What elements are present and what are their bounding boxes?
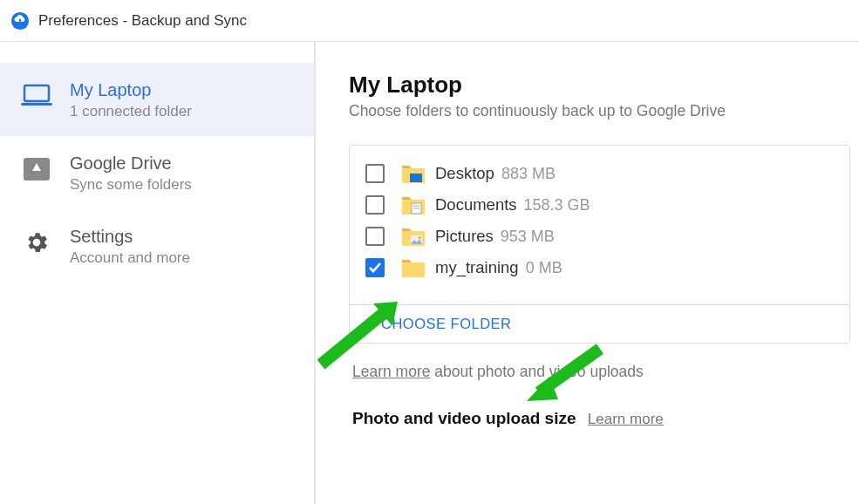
desktop-folder-icon bbox=[400, 162, 426, 185]
folder-name: Documents bbox=[435, 195, 517, 215]
section-photo-video-size: Photo and video upload size Learn more bbox=[349, 409, 850, 428]
folder-name: Desktop bbox=[435, 164, 494, 183]
sidebar-item-label: Settings bbox=[70, 225, 190, 248]
window-title: Preferences - Backup and Sync bbox=[38, 12, 247, 30]
page-subtitle: Choose folders to continuously back up t… bbox=[349, 102, 850, 120]
folder-row-pictures: Pictures 953 MB bbox=[365, 221, 834, 252]
section-label: Photo and video upload size bbox=[352, 409, 576, 427]
sidebar-item-my-laptop[interactable]: My Laptop 1 connected folder bbox=[0, 63, 314, 136]
sidebar-item-label: Google Drive bbox=[70, 152, 192, 174]
documents-folder-icon bbox=[400, 194, 426, 216]
svg-rect-2 bbox=[21, 103, 52, 106]
folder-checkbox[interactable] bbox=[365, 164, 385, 183]
main-panel: My Laptop Choose folders to continuously… bbox=[316, 42, 859, 504]
folder-size: 158.3 GB bbox=[524, 196, 590, 215]
sidebar-item-sub: 1 connected folder bbox=[70, 103, 192, 120]
folder-name: Pictures bbox=[435, 227, 494, 246]
choose-folder-link[interactable]: CHOOSE FOLDER bbox=[381, 316, 512, 331]
folder-list: Desktop 883 MB Documents 158.3 GB Pictur… bbox=[350, 146, 849, 304]
folder-row-desktop: Desktop 883 MB bbox=[365, 158, 834, 189]
folder-name: my_training bbox=[435, 258, 519, 277]
folder-checkbox[interactable] bbox=[365, 258, 385, 277]
learn-more-link[interactable]: Learn more bbox=[352, 363, 431, 380]
backup-sync-cloud-icon bbox=[10, 11, 30, 31]
folder-selection-box: Desktop 883 MB Documents 158.3 GB Pictur… bbox=[349, 145, 850, 344]
sidebar-item-settings[interactable]: Settings Account and more bbox=[0, 209, 314, 283]
folder-size: 953 MB bbox=[501, 228, 555, 246]
titlebar: Preferences - Backup and Sync bbox=[0, 0, 859, 42]
gear-icon bbox=[19, 225, 54, 260]
upload-note: Learn more about photo and video uploads bbox=[349, 363, 850, 381]
folder-checkbox[interactable] bbox=[365, 227, 385, 246]
folder-row-my-training: my_training 0 MB bbox=[365, 252, 834, 283]
upload-note-text: about photo and video uploads bbox=[431, 363, 644, 380]
svg-rect-1 bbox=[24, 85, 49, 101]
sidebar-item-label: My Laptop bbox=[70, 78, 192, 101]
svg-rect-4 bbox=[410, 174, 422, 182]
sidebar-item-sub: Account and more bbox=[70, 249, 190, 267]
svg-point-9 bbox=[419, 236, 421, 239]
page-title: My Laptop bbox=[349, 72, 850, 99]
drive-icon bbox=[19, 152, 54, 187]
laptop-icon bbox=[19, 78, 54, 113]
folder-icon bbox=[400, 256, 426, 279]
pictures-folder-icon bbox=[400, 225, 426, 248]
folder-size: 0 MB bbox=[526, 259, 562, 277]
folder-size: 883 MB bbox=[501, 165, 556, 183]
learn-more-link[interactable]: Learn more bbox=[588, 411, 664, 427]
choose-folder-row: CHOOSE FOLDER bbox=[350, 304, 849, 343]
folder-row-documents: Documents 158.3 GB bbox=[365, 189, 834, 221]
sidebar-item-google-drive[interactable]: Google Drive Sync some folders bbox=[0, 136, 314, 209]
sidebar-item-sub: Sync some folders bbox=[70, 176, 192, 194]
sidebar: My Laptop 1 connected folder Google Driv… bbox=[0, 42, 316, 504]
folder-checkbox[interactable] bbox=[365, 195, 385, 215]
